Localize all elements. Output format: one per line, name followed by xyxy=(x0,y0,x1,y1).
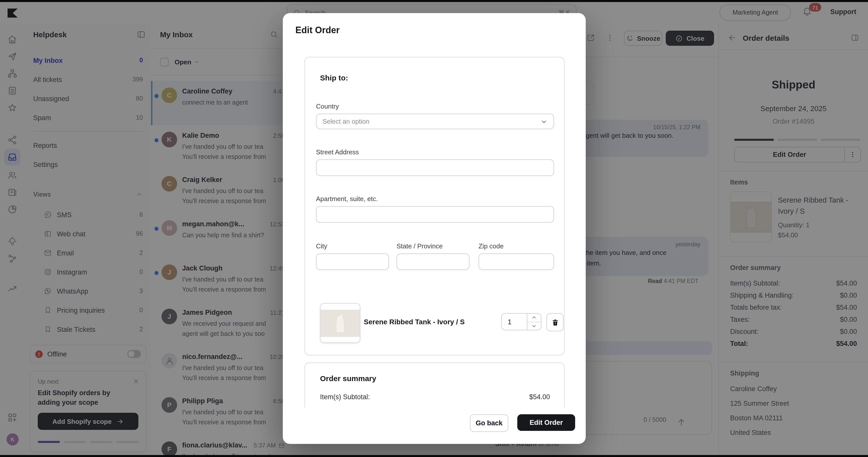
edit-order-modal: Edit Order Ship to: Country Select an op… xyxy=(283,13,586,444)
zip-label: Zip code xyxy=(478,242,504,250)
city-label: City xyxy=(316,242,327,250)
country-select[interactable]: Select an option xyxy=(316,113,554,129)
subtotal-row: Item(s) Subtotal: $54.00 xyxy=(320,393,550,401)
street-address-input[interactable] xyxy=(316,159,554,176)
quantity-down-button[interactable] xyxy=(527,322,541,330)
ship-to-card: Ship to: Country Select an option Street… xyxy=(304,57,565,355)
modal-footer: Go back Edit Order xyxy=(283,407,585,444)
state-input[interactable] xyxy=(397,253,469,270)
trash-icon xyxy=(551,318,559,326)
city-input[interactable] xyxy=(316,253,389,270)
quantity-up-button[interactable] xyxy=(527,314,541,322)
zip-input[interactable] xyxy=(478,253,554,270)
quantity-stepper[interactable]: 1 xyxy=(501,313,541,330)
window-edge-bottom xyxy=(0,455,868,457)
quantity-value[interactable]: 1 xyxy=(502,314,527,330)
product-name: Serene Ribbed Tank - Ivory / S xyxy=(364,318,465,326)
edit-order-submit-button[interactable]: Edit Order xyxy=(517,414,575,431)
ship-to-heading: Ship to: xyxy=(320,73,348,82)
state-label: State / Province xyxy=(397,242,443,250)
apartment-input[interactable] xyxy=(316,206,554,223)
remove-item-button[interactable] xyxy=(547,313,564,331)
window-edge-top xyxy=(0,0,868,2)
country-label: Country xyxy=(316,103,339,110)
apartment-label: Apartment, suite, etc. xyxy=(316,195,378,203)
app-root: Search... ⌘ K Marketing Agent 71 Support… xyxy=(0,0,868,457)
go-back-button[interactable]: Go back xyxy=(470,414,508,432)
chevron-down-icon xyxy=(540,118,548,125)
street-address-label: Street Address xyxy=(316,148,359,156)
modal-title: Edit Order xyxy=(296,25,340,36)
product-thumbnail xyxy=(320,303,360,343)
order-summary-heading: Order summary xyxy=(320,374,376,383)
